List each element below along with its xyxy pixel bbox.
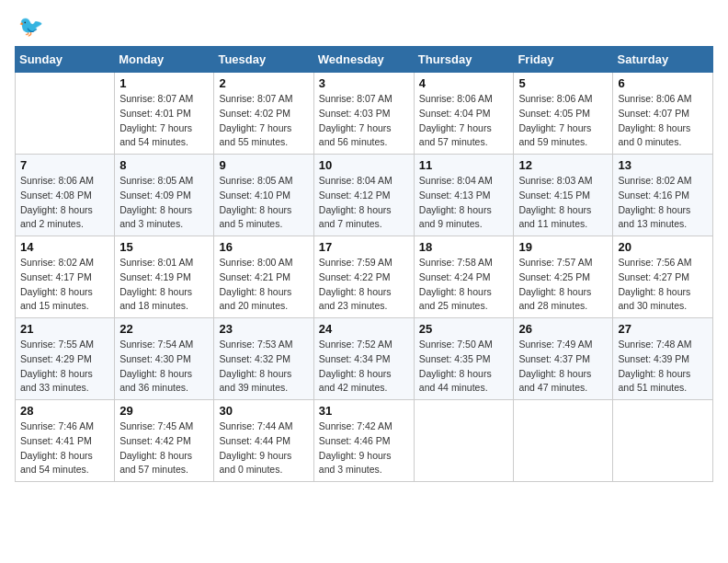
- calendar-cell: 19Sunrise: 7:57 AM Sunset: 4:25 PM Dayli…: [514, 236, 613, 318]
- calendar-cell: 30Sunrise: 7:44 AM Sunset: 4:44 PM Dayli…: [214, 400, 313, 482]
- calendar-week-row: 14Sunrise: 8:02 AM Sunset: 4:17 PM Dayli…: [16, 236, 713, 318]
- logo: 🐦: [15, 15, 43, 39]
- page-header: 🐦: [15, 15, 713, 39]
- calendar-cell: 2Sunrise: 8:07 AM Sunset: 4:02 PM Daylig…: [214, 73, 313, 155]
- day-number: 10: [319, 158, 409, 172]
- calendar-cell: [514, 400, 613, 482]
- calendar-cell: 25Sunrise: 7:50 AM Sunset: 4:35 PM Dayli…: [414, 318, 514, 400]
- calendar-week-row: 28Sunrise: 7:46 AM Sunset: 4:41 PM Dayli…: [16, 400, 713, 482]
- day-info: Sunrise: 7:52 AM Sunset: 4:34 PM Dayligh…: [319, 338, 409, 396]
- day-info: Sunrise: 7:42 AM Sunset: 4:46 PM Dayligh…: [319, 419, 409, 477]
- weekday-header-saturday: Saturday: [613, 47, 713, 73]
- weekday-header-monday: Monday: [115, 47, 214, 73]
- day-number: 31: [319, 404, 409, 418]
- day-number: 8: [119, 158, 209, 172]
- day-number: 4: [419, 76, 509, 90]
- weekday-header-sunday: Sunday: [16, 47, 115, 73]
- day-info: Sunrise: 8:03 AM Sunset: 4:15 PM Dayligh…: [518, 174, 608, 232]
- calendar-cell: 5Sunrise: 8:06 AM Sunset: 4:05 PM Daylig…: [514, 73, 613, 155]
- calendar-cell: 8Sunrise: 8:05 AM Sunset: 4:09 PM Daylig…: [115, 155, 214, 236]
- day-info: Sunrise: 8:05 AM Sunset: 4:09 PM Dayligh…: [119, 174, 209, 232]
- calendar-cell: 15Sunrise: 8:01 AM Sunset: 4:19 PM Dayli…: [115, 236, 214, 318]
- day-number: 1: [119, 76, 209, 90]
- calendar-table: SundayMondayTuesdayWednesdayThursdayFrid…: [15, 46, 713, 482]
- day-info: Sunrise: 7:58 AM Sunset: 4:24 PM Dayligh…: [419, 256, 509, 314]
- calendar-cell: 24Sunrise: 7:52 AM Sunset: 4:34 PM Dayli…: [313, 318, 414, 400]
- day-info: Sunrise: 8:02 AM Sunset: 4:16 PM Dayligh…: [618, 174, 708, 232]
- day-number: 17: [319, 240, 409, 254]
- calendar-cell: 12Sunrise: 8:03 AM Sunset: 4:15 PM Dayli…: [514, 155, 613, 236]
- day-number: 26: [518, 322, 608, 336]
- day-number: 2: [219, 76, 308, 90]
- day-info: Sunrise: 8:04 AM Sunset: 4:12 PM Dayligh…: [319, 174, 409, 232]
- calendar-week-row: 21Sunrise: 7:55 AM Sunset: 4:29 PM Dayli…: [16, 318, 713, 400]
- day-info: Sunrise: 7:55 AM Sunset: 4:29 PM Dayligh…: [20, 338, 109, 396]
- calendar-cell: 22Sunrise: 7:54 AM Sunset: 4:30 PM Dayli…: [115, 318, 214, 400]
- calendar-cell: 13Sunrise: 8:02 AM Sunset: 4:16 PM Dayli…: [613, 155, 713, 236]
- calendar-cell: 1Sunrise: 8:07 AM Sunset: 4:01 PM Daylig…: [115, 73, 214, 155]
- day-info: Sunrise: 7:48 AM Sunset: 4:39 PM Dayligh…: [618, 338, 708, 396]
- day-info: Sunrise: 8:06 AM Sunset: 4:05 PM Dayligh…: [518, 92, 608, 150]
- day-number: 22: [119, 322, 209, 336]
- calendar-cell: 11Sunrise: 8:04 AM Sunset: 4:13 PM Dayli…: [414, 155, 514, 236]
- calendar-cell: 9Sunrise: 8:05 AM Sunset: 4:10 PM Daylig…: [214, 155, 313, 236]
- calendar-week-row: 1Sunrise: 8:07 AM Sunset: 4:01 PM Daylig…: [16, 73, 713, 155]
- day-number: 9: [219, 158, 308, 172]
- day-info: Sunrise: 7:57 AM Sunset: 4:25 PM Dayligh…: [518, 256, 608, 314]
- day-number: 18: [419, 240, 509, 254]
- day-number: 12: [518, 158, 608, 172]
- calendar-cell: 27Sunrise: 7:48 AM Sunset: 4:39 PM Dayli…: [613, 318, 713, 400]
- calendar-cell: 3Sunrise: 8:07 AM Sunset: 4:03 PM Daylig…: [313, 73, 414, 155]
- day-number: 19: [518, 240, 608, 254]
- day-info: Sunrise: 7:54 AM Sunset: 4:30 PM Dayligh…: [119, 338, 209, 396]
- calendar-cell: 10Sunrise: 8:04 AM Sunset: 4:12 PM Dayli…: [313, 155, 414, 236]
- day-info: Sunrise: 8:06 AM Sunset: 4:07 PM Dayligh…: [618, 92, 708, 150]
- day-info: Sunrise: 8:04 AM Sunset: 4:13 PM Dayligh…: [419, 174, 509, 232]
- calendar-cell: 20Sunrise: 7:56 AM Sunset: 4:27 PM Dayli…: [613, 236, 713, 318]
- calendar-cell: 29Sunrise: 7:45 AM Sunset: 4:42 PM Dayli…: [115, 400, 214, 482]
- calendar-cell: 28Sunrise: 7:46 AM Sunset: 4:41 PM Dayli…: [16, 400, 115, 482]
- day-number: 14: [20, 240, 109, 254]
- calendar-cell: 4Sunrise: 8:06 AM Sunset: 4:04 PM Daylig…: [414, 73, 514, 155]
- day-info: Sunrise: 7:46 AM Sunset: 4:41 PM Dayligh…: [20, 419, 109, 477]
- day-info: Sunrise: 8:01 AM Sunset: 4:19 PM Dayligh…: [119, 256, 209, 314]
- day-info: Sunrise: 8:05 AM Sunset: 4:10 PM Dayligh…: [219, 174, 308, 232]
- calendar-cell: 16Sunrise: 8:00 AM Sunset: 4:21 PM Dayli…: [214, 236, 313, 318]
- day-info: Sunrise: 8:02 AM Sunset: 4:17 PM Dayligh…: [20, 256, 109, 314]
- day-info: Sunrise: 8:06 AM Sunset: 4:08 PM Dayligh…: [20, 174, 109, 232]
- day-number: 24: [319, 322, 409, 336]
- day-info: Sunrise: 8:07 AM Sunset: 4:02 PM Dayligh…: [219, 92, 308, 150]
- day-info: Sunrise: 8:07 AM Sunset: 4:01 PM Dayligh…: [119, 92, 209, 150]
- day-info: Sunrise: 8:06 AM Sunset: 4:04 PM Dayligh…: [419, 92, 509, 150]
- calendar-cell: 18Sunrise: 7:58 AM Sunset: 4:24 PM Dayli…: [414, 236, 514, 318]
- day-number: 5: [518, 76, 608, 90]
- calendar-cell: 6Sunrise: 8:06 AM Sunset: 4:07 PM Daylig…: [613, 73, 713, 155]
- day-info: Sunrise: 8:07 AM Sunset: 4:03 PM Dayligh…: [319, 92, 409, 150]
- weekday-header-friday: Friday: [514, 47, 613, 73]
- day-number: 7: [20, 158, 109, 172]
- day-number: 30: [219, 404, 308, 418]
- bird-icon: 🐦: [18, 15, 43, 39]
- weekday-header-thursday: Thursday: [414, 47, 514, 73]
- day-info: Sunrise: 7:56 AM Sunset: 4:27 PM Dayligh…: [618, 256, 708, 314]
- weekday-header-tuesday: Tuesday: [214, 47, 313, 73]
- day-number: 15: [119, 240, 209, 254]
- day-number: 13: [618, 158, 708, 172]
- day-number: 11: [419, 158, 509, 172]
- day-number: 29: [119, 404, 209, 418]
- day-info: Sunrise: 7:49 AM Sunset: 4:37 PM Dayligh…: [518, 338, 608, 396]
- day-info: Sunrise: 8:00 AM Sunset: 4:21 PM Dayligh…: [219, 256, 308, 314]
- calendar-cell: 23Sunrise: 7:53 AM Sunset: 4:32 PM Dayli…: [214, 318, 313, 400]
- day-number: 3: [319, 76, 409, 90]
- calendar-cell: [613, 400, 713, 482]
- day-number: 23: [219, 322, 308, 336]
- day-info: Sunrise: 7:50 AM Sunset: 4:35 PM Dayligh…: [419, 338, 509, 396]
- day-number: 21: [20, 322, 109, 336]
- day-info: Sunrise: 7:53 AM Sunset: 4:32 PM Dayligh…: [219, 338, 308, 396]
- weekday-header-wednesday: Wednesday: [313, 47, 414, 73]
- day-info: Sunrise: 7:44 AM Sunset: 4:44 PM Dayligh…: [219, 419, 308, 477]
- calendar-cell: 17Sunrise: 7:59 AM Sunset: 4:22 PM Dayli…: [313, 236, 414, 318]
- calendar-cell: 14Sunrise: 8:02 AM Sunset: 4:17 PM Dayli…: [16, 236, 115, 318]
- day-info: Sunrise: 7:59 AM Sunset: 4:22 PM Dayligh…: [319, 256, 409, 314]
- day-number: 25: [419, 322, 509, 336]
